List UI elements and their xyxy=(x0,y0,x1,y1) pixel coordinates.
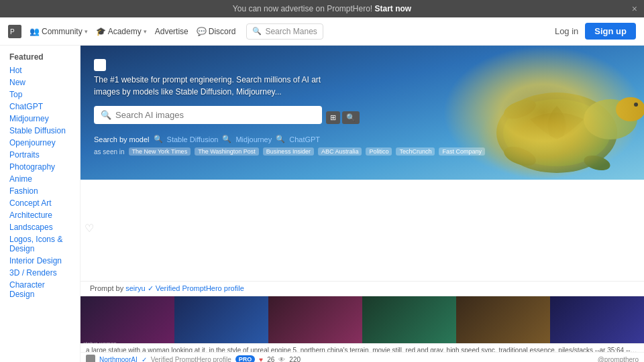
hero-search-input[interactable] xyxy=(115,110,315,120)
main-layout: Featured Hot New Top ChatGPT Midjourney … xyxy=(0,46,644,362)
svg-text:P: P xyxy=(10,28,15,36)
prompt-credit: Prompt by seiryu ✓ Verified PromptHero p… xyxy=(80,281,644,296)
header-search-box[interactable]: 🔍 Search Manes xyxy=(246,23,323,40)
close-announcement-button[interactable]: × xyxy=(632,3,637,14)
auth-links: Log in Sign up xyxy=(555,23,636,40)
academy-icon: 🎓 xyxy=(96,27,106,36)
verified-label-bottom: Verified PromptHero profile xyxy=(151,356,231,363)
signup-button[interactable]: Sign up xyxy=(585,23,636,40)
prompt-label: Prompt xyxy=(90,284,113,292)
nav-community[interactable]: 👥 Community ▾ xyxy=(30,27,88,36)
sidebar-item-photography[interactable]: Photography xyxy=(0,161,80,173)
as-seen-in: as seen in The New York Times The Washin… xyxy=(94,147,631,156)
sidebar-item-top[interactable]: Top xyxy=(0,88,80,101)
sidebar-item-midjourney[interactable]: Midjourney xyxy=(0,113,80,125)
sidebar-item-fashion[interactable]: Fashion xyxy=(0,185,80,197)
search-icon-small: 🔍 xyxy=(252,27,262,36)
nav-discord-label: Discord xyxy=(209,27,236,36)
sidebar-featured-label: Featured xyxy=(0,51,80,64)
sidebar-item-logos-icons-design[interactable]: Logos, Icons & Design xyxy=(0,233,80,255)
strip-image-3[interactable] xyxy=(268,296,362,349)
header-search-label: Search Manes xyxy=(265,27,317,36)
nav-advertise-label: Advertise xyxy=(155,27,189,36)
site-logo[interactable]: P xyxy=(8,25,21,38)
verified-badge-hero: ✓ Verified PromptHero profile xyxy=(148,284,244,292)
nav-advertise[interactable]: Advertise xyxy=(155,27,189,36)
sidebar: Featured Hot New Top ChatGPT Midjourney … xyxy=(0,46,80,362)
logo-nyt: The New York Times xyxy=(129,147,191,156)
hero-search-box[interactable]: 🔍 xyxy=(94,106,322,124)
as-seen-in-label: as seen in xyxy=(94,148,125,156)
views-count: 220 xyxy=(289,356,301,363)
content-area: The #1 website for prompt engineering. S… xyxy=(80,46,644,362)
nav-discord[interactable]: 💬 Discord xyxy=(197,27,236,36)
strip-image-6[interactable] xyxy=(550,296,644,349)
heart-button[interactable]: ♡ xyxy=(85,222,94,235)
strip-image-1[interactable]: statue woman xyxy=(80,296,174,349)
search-by-model-label: Search by model xyxy=(94,135,150,143)
sidebar-item-portraits[interactable]: Portraits xyxy=(0,149,80,161)
sidebar-item-3d-renders[interactable]: 3D / Renders xyxy=(0,267,80,279)
nav-academy-label: Academy xyxy=(108,27,142,36)
login-button[interactable]: Log in xyxy=(555,26,578,36)
sidebar-item-character-design[interactable]: Character Design xyxy=(0,279,80,300)
bottom-author-name[interactable]: NorthmoorAI xyxy=(99,356,138,363)
logo-bi: Business Insider xyxy=(263,147,314,156)
hero-logo xyxy=(94,59,106,71)
bottom-bar: NorthmoorAI ✓ Verified PromptHero profil… xyxy=(80,352,644,362)
sidebar-item-anime[interactable]: Anime xyxy=(0,173,80,185)
discord-icon: 💬 xyxy=(197,27,207,36)
sidebar-item-chatgpt[interactable]: ChatGPT xyxy=(0,101,80,113)
sidebar-item-openjourney[interactable]: Openjourney xyxy=(0,137,80,149)
search-btn-2[interactable]: 🔍 xyxy=(342,111,360,124)
author-avatar xyxy=(86,355,95,362)
sidebar-item-hot[interactable]: Hot xyxy=(0,64,80,76)
by-label: by xyxy=(116,284,124,292)
sidebar-item-stable-diffusion[interactable]: Stable Diffusion xyxy=(0,125,80,137)
search-icon-model: 🔍 xyxy=(154,135,163,143)
sidebar-item-new[interactable]: New xyxy=(0,76,80,88)
sidebar-item-concept-art[interactable]: Concept Art xyxy=(0,197,80,209)
logo-abc: ABC Australia xyxy=(318,147,362,156)
pro-badge: PRO xyxy=(235,355,256,362)
hero-tagline: The #1 website for prompt engineering. S… xyxy=(94,74,349,98)
model-stable-diffusion[interactable]: Stable Diffusion xyxy=(167,135,219,143)
model-midjourney[interactable]: Midjourney xyxy=(235,135,272,143)
model-chatgpt[interactable]: ChatGPT xyxy=(289,135,320,143)
strip-image-4[interactable] xyxy=(362,296,456,349)
search-icon-model-2: 🔍 xyxy=(222,135,231,143)
strip-image-2[interactable] xyxy=(174,296,268,349)
announcement-link[interactable]: Start now xyxy=(375,4,412,13)
logo-fast-company: Fast Company xyxy=(439,147,485,156)
logo-politico: Politico xyxy=(366,147,392,156)
views-icon: 👁 xyxy=(278,356,285,363)
announcement-text: You can now advertise on PromptHero! xyxy=(233,4,372,13)
image-strip: statue woman xyxy=(80,296,644,349)
search-btn-1[interactable]: ⊞ xyxy=(326,111,340,124)
prompt-author-link[interactable]: seiryu xyxy=(125,284,145,292)
community-chevron-icon: ▾ xyxy=(85,28,88,35)
hero-search-icon: 🔍 xyxy=(101,110,111,120)
logo-techcrunch: TechCrunch xyxy=(396,147,435,156)
announcement-bar: You can now advertise on PromptHero! Sta… xyxy=(0,0,644,17)
search-by-model: Search by model 🔍 Stable Diffusion 🔍 Mid… xyxy=(94,135,631,143)
logo-wapo: The Washington Post xyxy=(195,147,259,156)
sidebar-item-interior-design[interactable]: Interior Design xyxy=(0,255,80,267)
svg-point-9 xyxy=(582,153,612,173)
sidebar-item-landscapes[interactable]: Landscapes xyxy=(0,221,80,233)
likes-count: 26 xyxy=(267,356,274,363)
nav-community-label: Community xyxy=(42,27,83,36)
header-nav: P 👥 Community ▾ 🎓 Academy ▾ Advertise 💬 … xyxy=(0,17,644,46)
nav-academy[interactable]: 🎓 Academy ▾ xyxy=(96,27,147,36)
community-icon: 👥 xyxy=(30,27,40,36)
prompthero-handle: @prompthero xyxy=(598,356,639,363)
heart-icon: ♥ xyxy=(259,356,263,363)
hero-content: The #1 website for prompt engineering. S… xyxy=(80,46,644,156)
strip-image-5[interactable] xyxy=(456,296,550,349)
sidebar-item-architecture[interactable]: Architecture xyxy=(0,209,80,221)
search-icon-model-3: 🔍 xyxy=(276,135,285,143)
academy-chevron-icon: ▾ xyxy=(144,28,147,35)
verified-icon: ✓ xyxy=(142,356,147,363)
